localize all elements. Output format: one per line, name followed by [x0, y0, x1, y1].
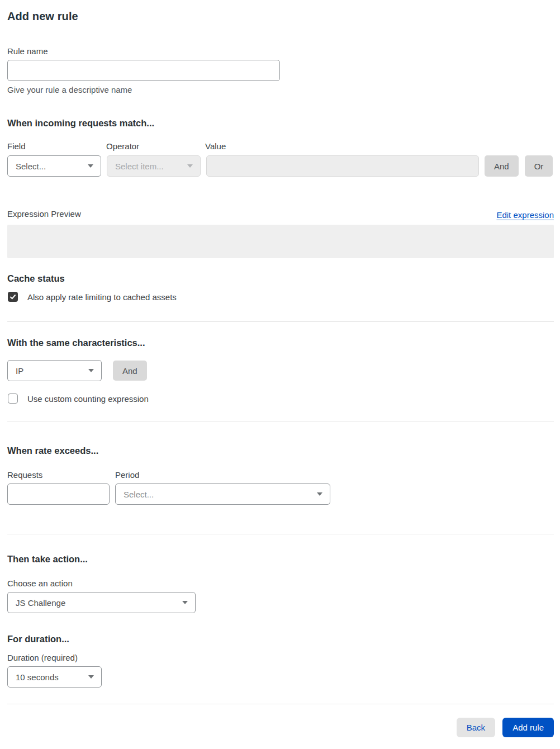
expression-preview-label: Expression Preview	[7, 208, 81, 220]
custom-counting-checkbox-label: Use custom counting expression	[27, 394, 149, 404]
expression-preview-box	[7, 225, 554, 258]
action-section-heading: Then take action...	[7, 554, 554, 565]
duration-select-value: 10 seconds	[16, 672, 59, 682]
rule-name-helper: Give your rule a descriptive name	[7, 85, 554, 94]
divider	[7, 704, 554, 704]
field-select-value: Select...	[16, 162, 46, 171]
period-label: Period	[115, 470, 139, 481]
back-button[interactable]: Back	[457, 718, 495, 737]
footer-actions: Back Add rule	[7, 718, 554, 744]
requests-input[interactable]	[7, 483, 110, 505]
characteristics-and-button[interactable]: And	[113, 361, 147, 381]
and-button[interactable]: And	[485, 155, 519, 177]
or-button[interactable]: Or	[525, 155, 553, 177]
action-select[interactable]: JS Challenge	[7, 592, 196, 613]
characteristics-section-heading: With the same characteristics...	[7, 338, 554, 348]
action-select-value: JS Challenge	[16, 598, 65, 608]
cache-section-heading: Cache status	[7, 273, 554, 284]
duration-label: Duration (required)	[7, 652, 554, 663]
characteristic-select[interactable]: IP	[7, 360, 102, 381]
value-input	[206, 155, 479, 177]
value-label: Value	[205, 141, 226, 152]
cache-assets-checkbox-label: Also apply rate limiting to cached asset…	[27, 292, 177, 302]
rate-section-heading: When rate exceeds...	[7, 445, 554, 456]
chevron-down-icon	[88, 369, 94, 372]
chevron-down-icon	[187, 164, 193, 168]
duration-select[interactable]: 10 seconds	[7, 666, 102, 688]
characteristic-select-value: IP	[16, 366, 23, 376]
action-label: Choose an action	[7, 578, 554, 589]
chevron-down-icon	[88, 675, 94, 679]
divider	[7, 421, 554, 421]
chevron-down-icon	[182, 601, 188, 604]
requests-label: Requests	[7, 470, 115, 481]
chevron-down-icon	[88, 164, 93, 168]
operator-select: Select item...	[107, 155, 201, 177]
period-select[interactable]: Select...	[115, 483, 330, 505]
add-rule-form: Add new rule Rule name Give your rule a …	[0, 0, 560, 744]
duration-section-heading: For duration...	[7, 634, 554, 644]
period-select-value: Select...	[124, 490, 154, 499]
field-select[interactable]: Select...	[7, 155, 101, 177]
custom-counting-checkbox[interactable]	[8, 394, 18, 404]
match-section-heading: When incoming requests match...	[7, 118, 554, 129]
checkmark-icon	[10, 293, 16, 300]
edit-expression-link[interactable]: Edit expression	[496, 210, 554, 220]
divider	[7, 534, 554, 534]
divider	[7, 321, 554, 322]
cache-assets-checkbox[interactable]	[8, 292, 18, 302]
rule-name-label: Rule name	[7, 46, 554, 57]
operator-label: Operator	[106, 141, 205, 152]
operator-select-value: Select item...	[115, 162, 164, 171]
rule-name-input[interactable]	[7, 60, 280, 81]
chevron-down-icon	[317, 492, 322, 496]
field-label: Field	[7, 141, 106, 152]
add-rule-button[interactable]: Add rule	[502, 718, 554, 737]
page-title: Add new rule	[7, 10, 554, 23]
